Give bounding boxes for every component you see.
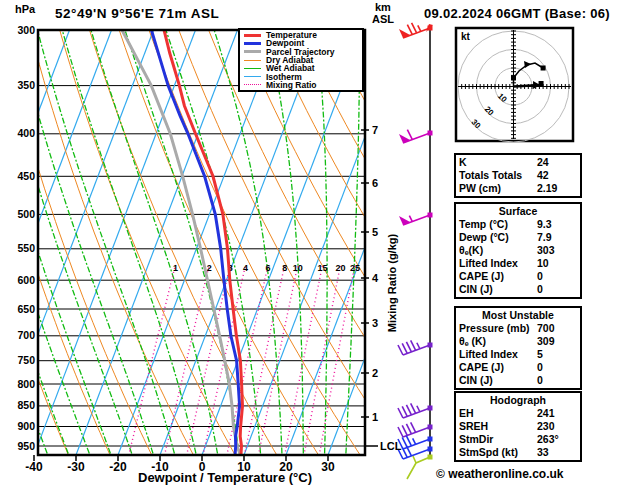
table-row-value: 700 [537, 322, 577, 335]
pressure-tick-label: 300 [17, 24, 35, 36]
pressure-tick-label: 800 [17, 378, 35, 390]
km-tick-label: 1 [372, 411, 378, 423]
datetime-label: 09.02.2024 06GMT (Base: 06) [424, 6, 626, 21]
x-axis-label: Dewpoint / Temperature (°C) [110, 470, 340, 485]
table-row: EH 241 [459, 407, 577, 420]
km-tick-label: 2 [372, 367, 378, 379]
table-title: Surface [459, 205, 577, 218]
table-row-label: EH [459, 407, 537, 420]
wind-barb-staff [398, 23, 433, 479]
table-indices: K 24 Totals Totals 42 PW (cm) 2.19 [454, 153, 582, 198]
table-row-label: K [459, 156, 537, 169]
table-row-value: 33 [537, 446, 577, 459]
pressure-tick-label: 550 [17, 242, 35, 254]
table-row-value: 309 [537, 335, 577, 348]
mixing-ratio-value-label: 2 [207, 263, 212, 273]
table-row: SREH 230 [459, 420, 577, 433]
pressure-tick-label: 350 [17, 79, 35, 91]
sounding-chart-page: 3003504004505005506006507007508008509009… [0, 0, 629, 486]
table-row-label: StmDir [459, 433, 537, 446]
temp-tick-label: -30 [67, 460, 85, 474]
table-row: Lifted Index 10 [459, 257, 577, 270]
pressure-unit-label: hPa [15, 3, 35, 15]
table-row: CAPE (J) 0 [459, 361, 577, 374]
legend-item-label: Mixing Ratio [266, 81, 317, 89]
table-title: Hodograph [459, 394, 577, 407]
mixing-ratio-value-label: 10 [293, 263, 303, 273]
table-row-label: Temp (°C) [459, 218, 537, 231]
table-row: Temp (°C) 9.3 [459, 218, 577, 231]
km-tick-label: 6 [372, 177, 378, 189]
table-most-unstable: Most Unstable Pressure (mb) 700 θₑ (K) 3… [454, 306, 582, 390]
table-row: θₑ (K) 309 [459, 335, 577, 348]
legend-swatch [244, 34, 261, 37]
mixing-ratio-value-label: 4 [243, 263, 248, 273]
table-row-value: 7.9 [537, 231, 577, 244]
mixing-ratio-axis-label: Mixing Ratio (g/kg) [386, 223, 400, 343]
km-tick-label: 4 [372, 272, 379, 284]
legend: Temperature Dewpoint Parcel Trajectory D… [238, 28, 364, 92]
table-row-value: 5 [537, 348, 577, 361]
table-row: Totals Totals 42 [459, 169, 577, 182]
table-row-label: Lifted Index [459, 348, 537, 361]
table-row-label: CAPE (J) [459, 361, 537, 374]
table-row: CIN (J) 0 [459, 374, 577, 387]
pressure-tick-label: 900 [17, 420, 35, 432]
table-title: Most Unstable [459, 309, 577, 322]
pressure-tick-label: 600 [17, 274, 35, 286]
pressure-tick-label: 500 [17, 208, 35, 220]
table-row-value: 0 [537, 283, 577, 296]
table-row: CAPE (J) 0 [459, 270, 577, 283]
legend-swatch [244, 60, 261, 61]
table-row-label: PW (cm) [459, 182, 537, 195]
legend-swatch [244, 76, 261, 77]
pressure-tick-label: 700 [17, 329, 35, 341]
table-row-value: 303 [537, 244, 577, 257]
legend-swatch [244, 68, 261, 69]
table-row: StmDir 263° [459, 433, 577, 446]
km-unit-label: km [375, 1, 391, 13]
table-row-label: Lifted Index [459, 257, 537, 270]
table-row-label: Pressure (mb) [459, 322, 537, 335]
table-row-value: 230 [537, 420, 577, 433]
legend-swatch [244, 42, 261, 45]
pressure-tick-label: 450 [17, 170, 35, 182]
pressure-tick-label: 650 [17, 303, 35, 315]
table-row-label: CAPE (J) [459, 270, 537, 283]
legend-item: Mixing Ratio [244, 81, 362, 89]
table-row-label: SREH [459, 420, 537, 433]
table-row-value: 24 [537, 156, 577, 169]
table-row-label: θₑ(K) [459, 244, 537, 257]
pressure-tick-label: 950 [17, 440, 35, 452]
mixing-ratio-value-label: 6 [266, 263, 271, 273]
table-row: Pressure (mb) 700 [459, 322, 577, 335]
table-row: PW (cm) 2.19 [459, 182, 577, 195]
hodograph-unit-label: kt [461, 31, 470, 42]
mixing-ratio-value-label: 20 [335, 263, 345, 273]
km-tick-label: 3 [372, 317, 378, 329]
table-row-label: CIN (J) [459, 283, 537, 296]
table-row-value: 2.19 [537, 182, 577, 195]
table-row-label: Totals Totals [459, 169, 537, 182]
km-tick-label: 7 [372, 124, 378, 136]
pressure-tick-label: 750 [17, 354, 35, 366]
hodograph-panel: 102030 [456, 28, 573, 142]
table-row: K 24 [459, 156, 577, 169]
table-row: Lifted Index 5 [459, 348, 577, 361]
temp-tick-label: -40 [25, 460, 43, 474]
table-row-value: 263° [537, 433, 577, 446]
table-row: StmSpd (kt) 33 [459, 446, 577, 459]
table-row-value: 241 [537, 407, 577, 420]
asl-unit-label: ASL [372, 13, 394, 25]
mixing-ratio-value-label: 8 [282, 263, 287, 273]
table-row: CIN (J) 0 [459, 283, 577, 296]
legend-swatch [244, 84, 261, 85]
mixing-ratio-value-label: 25 [350, 263, 360, 273]
legend-swatch [244, 50, 261, 53]
table-row-value: 9.3 [537, 218, 577, 231]
table-row-value: 10 [537, 257, 577, 270]
pressure-tick-label: 400 [17, 127, 35, 139]
table-row-value: 0 [537, 361, 577, 374]
legend-item: Wet Adiabat [244, 64, 362, 72]
table-row-value: 0 [537, 374, 577, 387]
